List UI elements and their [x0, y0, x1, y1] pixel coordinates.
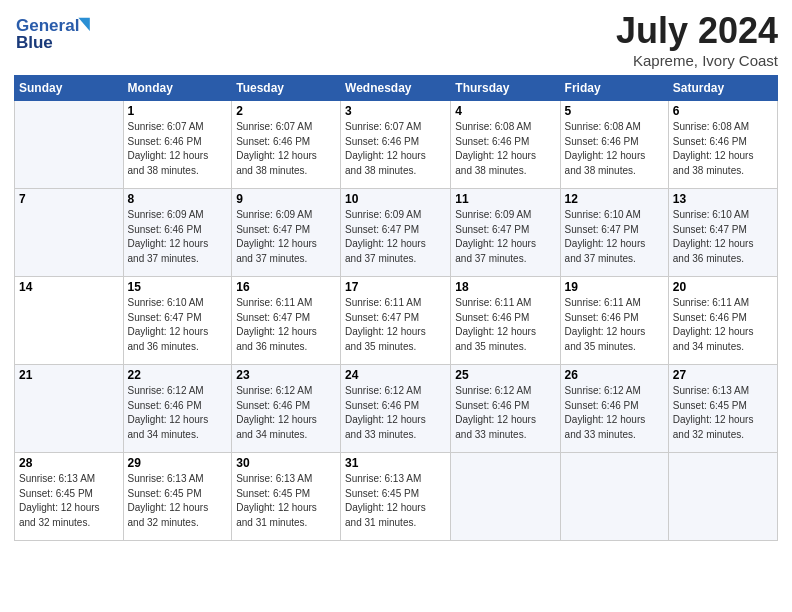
calendar-cell [560, 453, 668, 541]
day-number: 8 [128, 192, 228, 206]
day-number: 10 [345, 192, 446, 206]
days-header-row: SundayMondayTuesdayWednesdayThursdayFrid… [15, 76, 778, 101]
calendar-cell: 12Sunrise: 6:10 AM Sunset: 6:47 PM Dayli… [560, 189, 668, 277]
day-number: 7 [19, 192, 119, 206]
calendar-cell: 6Sunrise: 6:08 AM Sunset: 6:46 PM Daylig… [668, 101, 777, 189]
day-number: 25 [455, 368, 555, 382]
day-info: Sunrise: 6:09 AM Sunset: 6:47 PM Dayligh… [455, 208, 555, 266]
day-number: 1 [128, 104, 228, 118]
calendar-cell: 25Sunrise: 6:12 AM Sunset: 6:46 PM Dayli… [451, 365, 560, 453]
day-number: 21 [19, 368, 119, 382]
calendar-cell [15, 101, 124, 189]
day-number: 22 [128, 368, 228, 382]
day-number: 24 [345, 368, 446, 382]
day-info: Sunrise: 6:13 AM Sunset: 6:45 PM Dayligh… [128, 472, 228, 530]
calendar-body: 1Sunrise: 6:07 AM Sunset: 6:46 PM Daylig… [15, 101, 778, 541]
page: General Blue July 2024 Kapreme, Ivory Co… [0, 0, 792, 612]
calendar-cell: 9Sunrise: 6:09 AM Sunset: 6:47 PM Daylig… [232, 189, 341, 277]
calendar-cell: 17Sunrise: 6:11 AM Sunset: 6:47 PM Dayli… [341, 277, 451, 365]
day-header-saturday: Saturday [668, 76, 777, 101]
calendar-cell: 31Sunrise: 6:13 AM Sunset: 6:45 PM Dayli… [341, 453, 451, 541]
calendar-cell: 26Sunrise: 6:12 AM Sunset: 6:46 PM Dayli… [560, 365, 668, 453]
day-number: 9 [236, 192, 336, 206]
calendar-cell: 19Sunrise: 6:11 AM Sunset: 6:46 PM Dayli… [560, 277, 668, 365]
day-info: Sunrise: 6:10 AM Sunset: 6:47 PM Dayligh… [565, 208, 664, 266]
day-header-thursday: Thursday [451, 76, 560, 101]
day-number: 28 [19, 456, 119, 470]
day-info: Sunrise: 6:08 AM Sunset: 6:46 PM Dayligh… [673, 120, 773, 178]
calendar-cell: 4Sunrise: 6:08 AM Sunset: 6:46 PM Daylig… [451, 101, 560, 189]
calendar-cell: 3Sunrise: 6:07 AM Sunset: 6:46 PM Daylig… [341, 101, 451, 189]
day-number: 19 [565, 280, 664, 294]
day-info: Sunrise: 6:11 AM Sunset: 6:46 PM Dayligh… [565, 296, 664, 354]
svg-marker-2 [78, 18, 89, 31]
svg-text:Blue: Blue [16, 33, 53, 52]
day-info: Sunrise: 6:13 AM Sunset: 6:45 PM Dayligh… [236, 472, 336, 530]
calendar-cell: 28Sunrise: 6:13 AM Sunset: 6:45 PM Dayli… [15, 453, 124, 541]
day-info: Sunrise: 6:07 AM Sunset: 6:46 PM Dayligh… [236, 120, 336, 178]
day-number: 11 [455, 192, 555, 206]
day-info: Sunrise: 6:11 AM Sunset: 6:47 PM Dayligh… [236, 296, 336, 354]
day-number: 12 [565, 192, 664, 206]
day-number: 31 [345, 456, 446, 470]
calendar-cell [451, 453, 560, 541]
day-number: 6 [673, 104, 773, 118]
day-info: Sunrise: 6:12 AM Sunset: 6:46 PM Dayligh… [455, 384, 555, 442]
calendar-cell: 27Sunrise: 6:13 AM Sunset: 6:45 PM Dayli… [668, 365, 777, 453]
day-info: Sunrise: 6:13 AM Sunset: 6:45 PM Dayligh… [673, 384, 773, 442]
calendar-cell: 23Sunrise: 6:12 AM Sunset: 6:46 PM Dayli… [232, 365, 341, 453]
day-info: Sunrise: 6:10 AM Sunset: 6:47 PM Dayligh… [673, 208, 773, 266]
day-header-sunday: Sunday [15, 76, 124, 101]
calendar-cell: 7 [15, 189, 124, 277]
calendar-cell: 10Sunrise: 6:09 AM Sunset: 6:47 PM Dayli… [341, 189, 451, 277]
day-header-wednesday: Wednesday [341, 76, 451, 101]
day-number: 20 [673, 280, 773, 294]
calendar-cell [668, 453, 777, 541]
day-info: Sunrise: 6:09 AM Sunset: 6:47 PM Dayligh… [345, 208, 446, 266]
calendar-cell: 2Sunrise: 6:07 AM Sunset: 6:46 PM Daylig… [232, 101, 341, 189]
calendar-cell: 5Sunrise: 6:08 AM Sunset: 6:46 PM Daylig… [560, 101, 668, 189]
day-info: Sunrise: 6:12 AM Sunset: 6:46 PM Dayligh… [128, 384, 228, 442]
logo: General Blue [14, 10, 104, 54]
day-info: Sunrise: 6:11 AM Sunset: 6:46 PM Dayligh… [455, 296, 555, 354]
day-info: Sunrise: 6:10 AM Sunset: 6:47 PM Dayligh… [128, 296, 228, 354]
day-number: 13 [673, 192, 773, 206]
calendar-cell: 8Sunrise: 6:09 AM Sunset: 6:46 PM Daylig… [123, 189, 232, 277]
day-number: 3 [345, 104, 446, 118]
day-info: Sunrise: 6:13 AM Sunset: 6:45 PM Dayligh… [19, 472, 119, 530]
day-number: 30 [236, 456, 336, 470]
day-number: 16 [236, 280, 336, 294]
week-row-4: 2122Sunrise: 6:12 AM Sunset: 6:46 PM Day… [15, 365, 778, 453]
calendar-cell: 1Sunrise: 6:07 AM Sunset: 6:46 PM Daylig… [123, 101, 232, 189]
week-row-3: 1415Sunrise: 6:10 AM Sunset: 6:47 PM Day… [15, 277, 778, 365]
day-number: 5 [565, 104, 664, 118]
day-header-tuesday: Tuesday [232, 76, 341, 101]
calendar-cell: 14 [15, 277, 124, 365]
day-info: Sunrise: 6:08 AM Sunset: 6:46 PM Dayligh… [565, 120, 664, 178]
day-info: Sunrise: 6:09 AM Sunset: 6:46 PM Dayligh… [128, 208, 228, 266]
day-number: 15 [128, 280, 228, 294]
calendar-cell: 29Sunrise: 6:13 AM Sunset: 6:45 PM Dayli… [123, 453, 232, 541]
calendar-cell: 16Sunrise: 6:11 AM Sunset: 6:47 PM Dayli… [232, 277, 341, 365]
day-info: Sunrise: 6:07 AM Sunset: 6:46 PM Dayligh… [128, 120, 228, 178]
calendar-cell: 30Sunrise: 6:13 AM Sunset: 6:45 PM Dayli… [232, 453, 341, 541]
week-row-1: 1Sunrise: 6:07 AM Sunset: 6:46 PM Daylig… [15, 101, 778, 189]
calendar-cell: 13Sunrise: 6:10 AM Sunset: 6:47 PM Dayli… [668, 189, 777, 277]
calendar-cell: 22Sunrise: 6:12 AM Sunset: 6:46 PM Dayli… [123, 365, 232, 453]
day-number: 4 [455, 104, 555, 118]
week-row-2: 78Sunrise: 6:09 AM Sunset: 6:46 PM Dayli… [15, 189, 778, 277]
day-number: 2 [236, 104, 336, 118]
header: General Blue July 2024 Kapreme, Ivory Co… [14, 10, 778, 69]
day-number: 14 [19, 280, 119, 294]
day-number: 17 [345, 280, 446, 294]
day-info: Sunrise: 6:11 AM Sunset: 6:46 PM Dayligh… [673, 296, 773, 354]
calendar-cell: 21 [15, 365, 124, 453]
day-header-friday: Friday [560, 76, 668, 101]
week-row-5: 28Sunrise: 6:13 AM Sunset: 6:45 PM Dayli… [15, 453, 778, 541]
day-info: Sunrise: 6:12 AM Sunset: 6:46 PM Dayligh… [345, 384, 446, 442]
title-area: July 2024 Kapreme, Ivory Coast [616, 10, 778, 69]
day-number: 29 [128, 456, 228, 470]
calendar-cell: 20Sunrise: 6:11 AM Sunset: 6:46 PM Dayli… [668, 277, 777, 365]
day-header-monday: Monday [123, 76, 232, 101]
day-info: Sunrise: 6:12 AM Sunset: 6:46 PM Dayligh… [565, 384, 664, 442]
